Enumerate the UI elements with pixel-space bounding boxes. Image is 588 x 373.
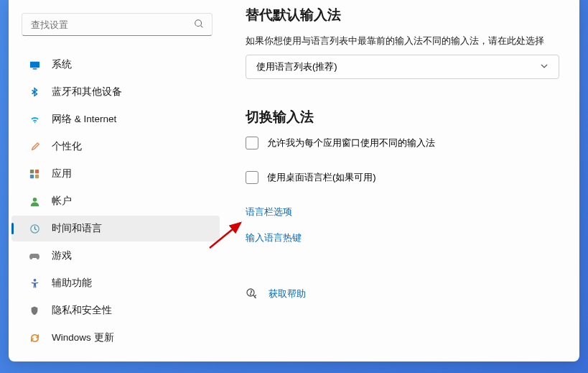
sidebar-item-label: 隐私和安全性 bbox=[52, 304, 112, 317]
section-desc-alt-ime: 如果你想使用与语言列表中最靠前的输入法不同的输入法，请在此处选择 bbox=[246, 34, 559, 47]
display-icon bbox=[29, 59, 40, 70]
bluetooth-icon bbox=[29, 86, 40, 98]
checkbox-per-app-label: 允许我为每个应用窗口使用不同的输入法 bbox=[267, 137, 435, 149]
time-icon bbox=[29, 223, 40, 234]
checkbox-desktop-langbar-label: 使用桌面语言栏(如果可用) bbox=[267, 171, 376, 184]
access-icon bbox=[29, 277, 40, 289]
svg-rect-4 bbox=[30, 170, 34, 173]
svg-rect-6 bbox=[30, 175, 34, 178]
sidebar-item-game[interactable]: 游戏 bbox=[11, 243, 220, 269]
wifi-icon bbox=[29, 114, 40, 125]
sidebar-item-account[interactable]: 帐户 bbox=[11, 188, 220, 214]
svg-rect-2 bbox=[29, 61, 39, 67]
section-title-alt-ime: 替代默认输入法 bbox=[246, 6, 559, 24]
svg-rect-7 bbox=[35, 175, 39, 178]
sidebar-item-privacy[interactable]: 隐私和安全性 bbox=[11, 298, 220, 323]
svg-point-8 bbox=[32, 197, 37, 201]
help-icon bbox=[246, 287, 258, 300]
search-input[interactable] bbox=[22, 13, 213, 36]
sidebar-item-update[interactable]: Windows 更新 bbox=[11, 325, 220, 351]
update-icon bbox=[29, 332, 40, 344]
brush-icon bbox=[29, 141, 40, 152]
sidebar-item-label: 应用 bbox=[52, 167, 72, 180]
sidebar-item-access[interactable]: 辅助功能 bbox=[11, 270, 220, 296]
game-icon bbox=[29, 250, 40, 262]
sidebar-item-time[interactable]: 时间和语言 bbox=[11, 216, 220, 241]
sidebar-item-label: 帐户 bbox=[52, 195, 72, 208]
link-langbar-options[interactable]: 语言栏选项 bbox=[246, 206, 559, 218]
checkbox-per-app[interactable] bbox=[246, 137, 258, 149]
sidebar-item-label: 时间和语言 bbox=[52, 222, 102, 235]
sidebar: 系统蓝牙和其他设备网络 & Internet个性化应用帐户时间和语言游戏辅助功能… bbox=[9, 0, 225, 362]
sidebar-item-bluetooth[interactable]: 蓝牙和其他设备 bbox=[11, 79, 220, 105]
sidebar-item-label: 游戏 bbox=[52, 249, 72, 262]
ime-dropdown[interactable]: 使用语言列表(推荐) bbox=[246, 55, 559, 79]
link-input-hotkeys[interactable]: 输入语言热键 bbox=[246, 231, 559, 244]
account-icon bbox=[29, 195, 40, 207]
ime-dropdown-value: 使用语言列表(推荐) bbox=[256, 60, 337, 73]
svg-point-12 bbox=[251, 294, 251, 295]
checkbox-desktop-langbar[interactable] bbox=[246, 171, 258, 184]
svg-point-10 bbox=[33, 278, 36, 281]
nav-list: 系统蓝牙和其他设备网络 & Internet个性化应用帐户时间和语言游戏辅助功能… bbox=[9, 50, 225, 352]
sidebar-item-label: 个性化 bbox=[52, 140, 82, 153]
sidebar-item-label: 系统 bbox=[52, 58, 72, 71]
sidebar-item-wifi[interactable]: 网络 & Internet bbox=[11, 106, 220, 132]
sidebar-item-label: 辅助功能 bbox=[52, 277, 92, 290]
sidebar-item-label: 蓝牙和其他设备 bbox=[52, 86, 122, 98]
privacy-icon bbox=[29, 305, 40, 316]
chevron-down-icon bbox=[540, 62, 549, 73]
svg-rect-5 bbox=[35, 170, 39, 173]
sidebar-item-apps[interactable]: 应用 bbox=[11, 161, 220, 187]
section-title-switch-ime: 切换输入法 bbox=[246, 108, 559, 126]
sidebar-item-label: Windows 更新 bbox=[52, 331, 114, 344]
svg-rect-3 bbox=[32, 68, 37, 69]
sidebar-item-brush[interactable]: 个性化 bbox=[11, 134, 220, 160]
content-area: 替代默认输入法 如果你想使用与语言列表中最靠前的输入法不同的输入法，请在此处选择… bbox=[225, 0, 579, 362]
sidebar-item-display[interactable]: 系统 bbox=[11, 52, 220, 78]
sidebar-item-label: 网络 & Internet bbox=[52, 113, 116, 126]
apps-icon bbox=[29, 168, 40, 180]
link-get-help[interactable]: 获取帮助 bbox=[269, 287, 306, 300]
